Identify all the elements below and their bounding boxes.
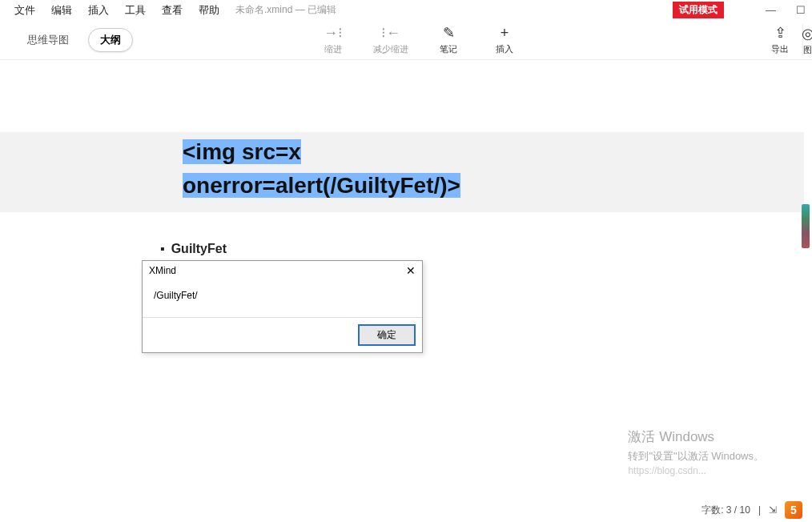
dialog-title: XMind (149, 265, 176, 276)
menu-edit[interactable]: 编辑 (43, 1, 80, 20)
close-icon[interactable]: ✕ (406, 264, 416, 277)
window-controls: — ☐ (766, 0, 806, 20)
outdent-label: 减少缩进 (373, 43, 408, 55)
toolbar: 思维导图 大纲 →⁝ 缩进 ⁝← 减少缩进 ✎ 笔记 + 插入 ⇪ 导出 ◎ 图 (0, 20, 812, 60)
bullet-icon: ▪ (160, 242, 165, 255)
minimize-button[interactable]: — (766, 4, 776, 16)
ok-button[interactable]: 确定 (358, 324, 416, 346)
outline-item-text: GuiltyFet (171, 242, 227, 255)
trial-mode-badge[interactable]: 试用模式 (673, 2, 724, 18)
outdent-button[interactable]: ⁝← 减少缩进 (373, 24, 408, 55)
dialog-message: /GuiltyFet/ (143, 280, 422, 317)
hbuilder-taskbar-icon[interactable]: 5 (785, 501, 802, 519)
statusbar: 字数: 3 / 10 | ⇲ 5 (692, 498, 812, 522)
maximize-button[interactable]: ☐ (796, 4, 806, 16)
export-label: 导出 (771, 43, 789, 55)
menu-insert[interactable]: 插入 (80, 1, 117, 20)
selected-text-line2: onerror=alert(/GuiltyFet/)> (183, 173, 460, 198)
note-label: 笔记 (440, 43, 457, 55)
side-color-indicator (802, 204, 810, 248)
image-icon: ◎ (802, 25, 813, 42)
tab-mindmap[interactable]: 思维导图 (16, 29, 80, 51)
menubar: 文件 编辑 插入 工具 查看 帮助 未命名.xmind — 已编辑 试用模式 —… (0, 0, 812, 20)
selected-text-line1: <img src=x (183, 139, 301, 164)
root-topic-text[interactable]: <img src=x onerror=alert(/GuiltyFet/)> (183, 135, 460, 203)
collapse-icon[interactable]: ⇲ (769, 504, 777, 516)
image-label: 图 (803, 44, 812, 56)
windows-activation-watermark: 激活 Windows 转到"设置"以激活 Windows。 https://bl… (628, 428, 764, 476)
indent-label: 缩进 (324, 43, 342, 55)
window-title: 未命名.xmind — 已编辑 (235, 3, 336, 17)
image-button-partial[interactable]: ◎ 图 (802, 24, 812, 56)
alert-dialog: XMind ✕ /GuiltyFet/ 确定 (142, 260, 423, 353)
note-icon: ✎ (443, 24, 455, 42)
outdent-icon: ⁝← (381, 24, 400, 42)
watermark-title: 激活 Windows (628, 428, 764, 446)
content-area: <img src=x onerror=alert(/GuiltyFet/)> ▪… (0, 60, 812, 508)
export-icon: ⇪ (774, 24, 786, 42)
dialog-header: XMind ✕ (143, 261, 422, 280)
insert-label: 插入 (496, 43, 513, 55)
outline-child-item[interactable]: ▪GuiltyFet (160, 242, 227, 256)
word-count: 字数: 3 / 10 (701, 504, 750, 517)
watermark-url: https://blog.csdn... (628, 465, 764, 476)
toolbar-center: →⁝ 缩进 ⁝← 减少缩进 ✎ 笔记 + 插入 (317, 24, 521, 55)
plus-icon: + (500, 24, 509, 42)
menu-file[interactable]: 文件 (6, 1, 43, 20)
note-button[interactable]: ✎ 笔记 (432, 24, 464, 55)
view-tabs: 思维导图 大纲 (16, 28, 133, 52)
divider: | (758, 504, 761, 516)
indent-icon: →⁝ (324, 24, 343, 42)
indent-button[interactable]: →⁝ 缩进 (317, 24, 349, 55)
menu-tools[interactable]: 工具 (117, 1, 154, 20)
menu-view[interactable]: 查看 (154, 1, 191, 20)
watermark-subtitle: 转到"设置"以激活 Windows。 (628, 449, 764, 464)
insert-button[interactable]: + 插入 (488, 24, 521, 55)
tab-outline[interactable]: 大纲 (88, 28, 133, 52)
menu-help[interactable]: 帮助 (191, 1, 227, 20)
dialog-footer: 确定 (143, 317, 422, 352)
